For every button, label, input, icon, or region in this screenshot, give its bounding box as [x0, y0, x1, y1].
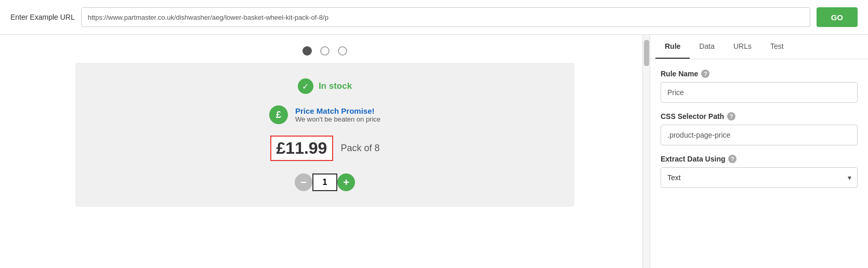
quantity-input[interactable] — [312, 173, 337, 191]
tabs: Rule Data URLs Test — [650, 35, 868, 59]
tab-urls[interactable]: URLs — [724, 35, 761, 59]
price-row: £11.99 Pack of 8 — [270, 136, 380, 161]
css-selector-input[interactable] — [661, 125, 858, 145]
rule-name-label: Rule Name ? — [661, 70, 858, 78]
quantity-row: − + — [295, 173, 355, 191]
dot-3[interactable] — [338, 46, 347, 56]
url-input[interactable] — [81, 7, 810, 27]
rule-name-help-icon[interactable]: ? — [701, 70, 709, 78]
scrollbar-track[interactable] — [642, 35, 650, 268]
extract-data-help-icon[interactable]: ? — [728, 155, 737, 163]
extract-data-label: Extract Data Using ? — [661, 155, 858, 163]
price-match-row: £ Price Match Promise! We won't be beate… — [269, 105, 380, 124]
top-bar: Enter Example URL GO — [0, 0, 868, 35]
tab-rule[interactable]: Rule — [655, 35, 690, 59]
rule-panel: Rule Data URLs Test Rule Name ? CSS Sele… — [650, 35, 868, 268]
css-selector-label: CSS Selector Path ? — [661, 112, 858, 120]
tab-test[interactable]: Test — [761, 35, 793, 59]
rule-name-group: Rule Name ? — [661, 70, 858, 103]
rule-form: Rule Name ? CSS Selector Path ? Extract … — [650, 59, 868, 198]
url-label: Enter Example URL — [10, 13, 75, 21]
quantity-increase-button[interactable]: + — [337, 173, 355, 191]
pagination-dots — [303, 46, 347, 56]
price-match-subtitle: We won't be beaten on price — [295, 115, 380, 123]
extract-data-select-wrapper: Text HTML Attribute ▾ — [661, 167, 858, 188]
price-match-text: Price Match Promise! We won't be beaten … — [295, 106, 380, 123]
extract-data-select[interactable]: Text HTML Attribute — [661, 167, 858, 188]
main-area: ✓ In stock £ Price Match Promise! We won… — [0, 35, 868, 268]
extract-data-group: Extract Data Using ? Text HTML Attribute… — [661, 155, 858, 188]
in-stock-icon: ✓ — [298, 78, 313, 94]
quantity-decrease-button[interactable]: − — [295, 173, 312, 191]
css-selector-help-icon[interactable]: ? — [727, 112, 735, 120]
price-value: £11.99 — [270, 136, 334, 161]
product-card: ✓ In stock £ Price Match Promise! We won… — [75, 63, 574, 207]
dot-1[interactable] — [303, 46, 312, 56]
css-selector-group: CSS Selector Path ? — [661, 112, 858, 145]
price-match-title: Price Match Promise! — [295, 106, 380, 115]
dot-2[interactable] — [320, 46, 330, 56]
preview-panel: ✓ In stock £ Price Match Promise! We won… — [0, 35, 650, 268]
tab-data[interactable]: Data — [690, 35, 724, 59]
go-button[interactable]: GO — [817, 7, 858, 27]
in-stock-text: In stock — [319, 81, 352, 91]
in-stock-row: ✓ In stock — [298, 78, 352, 94]
pound-icon: £ — [269, 105, 288, 124]
pack-label: Pack of 8 — [340, 143, 379, 154]
rule-name-input[interactable] — [661, 82, 858, 103]
scrollbar-thumb[interactable] — [644, 40, 649, 66]
